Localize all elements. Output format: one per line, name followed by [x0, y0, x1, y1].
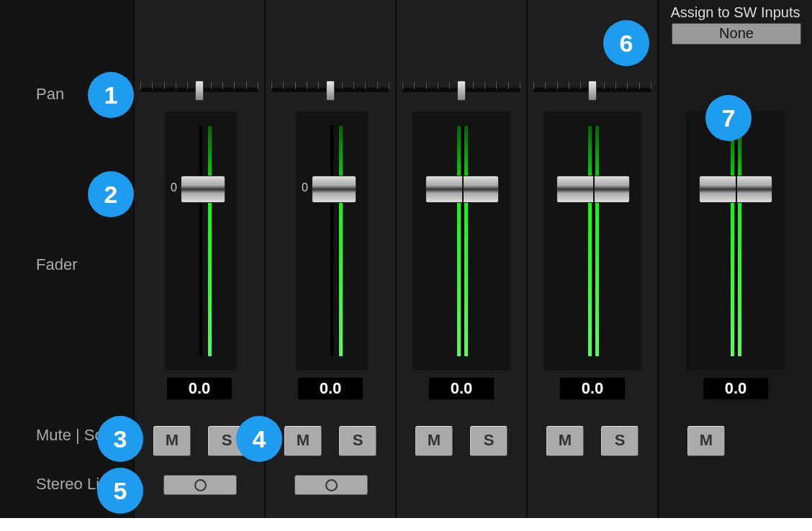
level-meter-right [595, 126, 599, 356]
pan-slider[interactable] [533, 79, 651, 101]
page-bottom-margin [0, 518, 812, 531]
mute-button[interactable]: M [284, 426, 322, 456]
level-readout: 0.0 [560, 378, 625, 399]
fader-knob[interactable] [312, 176, 356, 203]
fader-area: 0 [165, 112, 237, 371]
fader-area: 0 [296, 112, 368, 371]
fader-area: 0 [686, 112, 784, 371]
link-icon [325, 479, 338, 491]
pan-knob[interactable] [326, 81, 335, 101]
pan-slider[interactable] [140, 79, 258, 101]
fader-knob[interactable] [699, 176, 772, 203]
callout-badge: 1 [88, 72, 134, 118]
level-meter [208, 126, 212, 356]
fader-knob[interactable] [425, 176, 499, 203]
level-meter-right [464, 126, 468, 356]
channel-strip: 0 0.0 M S [264, 0, 395, 518]
pan-knob[interactable] [457, 81, 466, 101]
level-readout: 0.0 [298, 378, 363, 399]
pan-knob[interactable] [588, 81, 597, 101]
pan-slider[interactable] [402, 79, 520, 101]
mute-button[interactable]: M [153, 426, 191, 456]
level-meter [339, 126, 343, 356]
solo-button[interactable]: S [339, 426, 376, 456]
zero-tick-label: 0 [171, 181, 177, 194]
solo-button[interactable]: S [470, 426, 508, 456]
fader-knob[interactable] [181, 176, 225, 203]
stereo-link-button[interactable] [163, 475, 237, 495]
zero-tick-label: 0 [302, 181, 308, 194]
fader-knob[interactable] [556, 176, 630, 203]
callout-badge: 3 [97, 416, 143, 462]
callout-badge: 7 [705, 95, 752, 141]
callout-badge: 4 [236, 416, 282, 462]
mute-button[interactable]: M [687, 426, 725, 456]
solo-button[interactable]: S [601, 426, 639, 456]
fader-area: 0 [412, 112, 510, 371]
level-readout: 0.0 [703, 378, 768, 399]
output-strip: Assign to SW Inputs None 0 0.0 M [657, 0, 812, 518]
level-readout: 0.0 [167, 378, 232, 399]
pan-slider[interactable] [271, 79, 389, 101]
mute-button[interactable]: M [415, 426, 453, 456]
stereo-link-button[interactable] [294, 475, 368, 495]
pan-label: Pan [36, 85, 64, 104]
channel-strip: 0 0.0 M S [395, 0, 526, 518]
assign-label: Assign to SW Inputs [659, 4, 812, 21]
level-meter-left [588, 126, 592, 356]
level-meter-left [457, 126, 461, 356]
mute-button[interactable]: M [546, 426, 584, 456]
link-icon [194, 479, 207, 491]
level-readout: 0.0 [429, 378, 494, 399]
channel-strip: 0 0.0 M S [526, 0, 657, 518]
callout-badge: 6 [603, 20, 649, 66]
callout-badge: 2 [88, 171, 134, 217]
level-meter-right [738, 126, 741, 356]
fader-area: 0 [543, 112, 641, 371]
callout-badge: 5 [97, 468, 143, 514]
pan-knob[interactable] [195, 81, 204, 101]
assign-dropdown[interactable]: None [672, 23, 801, 45]
fader-label: Fader [36, 255, 77, 274]
level-meter-left [731, 126, 734, 356]
